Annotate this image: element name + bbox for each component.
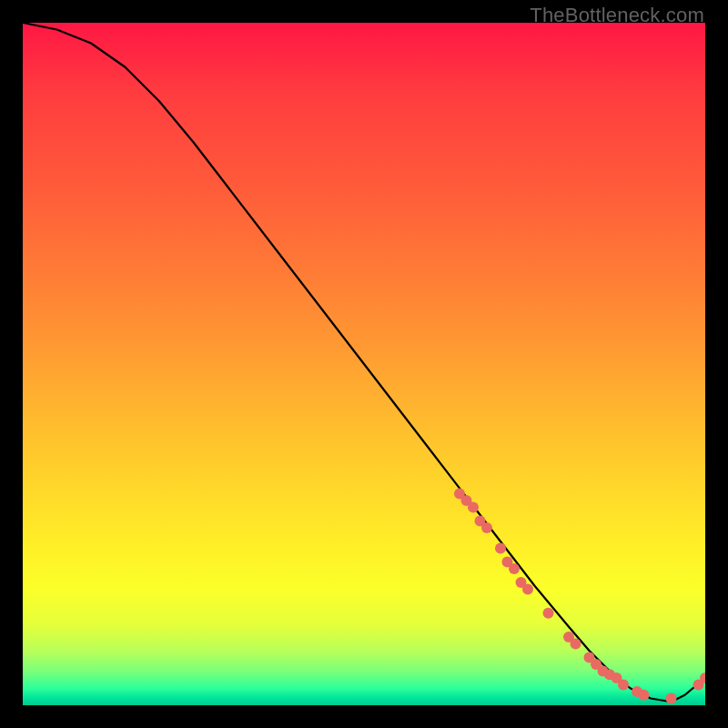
bottleneck-curve	[23, 23, 705, 702]
plot-svg	[23, 23, 705, 705]
data-marker	[571, 639, 581, 650]
data-marker	[468, 502, 479, 513]
plot-area	[23, 23, 705, 705]
data-marker	[618, 680, 629, 691]
data-markers	[454, 489, 705, 704]
data-marker	[639, 690, 650, 701]
data-marker	[495, 543, 506, 554]
data-marker	[481, 522, 492, 533]
data-marker	[509, 563, 520, 574]
chart-stage: TheBottleneck.com	[0, 0, 728, 728]
data-marker	[522, 584, 533, 595]
data-marker	[666, 693, 677, 704]
data-marker	[543, 608, 554, 619]
watermark-text: TheBottleneck.com	[530, 4, 704, 27]
